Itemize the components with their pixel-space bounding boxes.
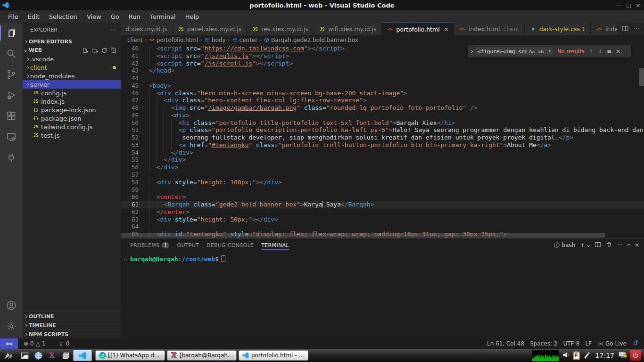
tree-item-index.js[interactable]: JSindex.js (23, 97, 121, 106)
remote-indicator[interactable]: >< (0, 338, 18, 349)
breadcrumb-portofolio.html[interactable]: <>portofolio.html (149, 37, 198, 43)
terminal[interactable]: barqah@Barqah:/root/web$ (121, 252, 644, 338)
terminal-profile[interactable]: bash (553, 242, 576, 248)
new-folder-icon[interactable] (91, 47, 98, 54)
code-line-44[interactable]: 44 (121, 74, 644, 82)
menu-go[interactable]: Go (107, 12, 124, 21)
whole-word-toggle[interactable]: ab (537, 49, 545, 55)
clipboard-manager-icon[interactable]: P (573, 352, 580, 360)
activity-files-icon[interactable] (0, 23, 23, 43)
panel-tab-debug-console[interactable]: DEBUG CONSOLE (206, 239, 254, 252)
close-panel-icon[interactable]: × (635, 242, 639, 248)
tree-item-client[interactable]: client (23, 63, 121, 72)
code-line-56[interactable]: 56 </div> (121, 164, 644, 171)
new-file-icon[interactable] (82, 47, 89, 54)
power-button[interactable] (630, 350, 641, 361)
match-case-toggle[interactable]: Aa (528, 49, 536, 55)
quicklaunch-show-desktop-icon[interactable] (18, 350, 31, 361)
section-timeline[interactable]: TIMELINE (23, 321, 121, 329)
close-button[interactable]: × (636, 2, 640, 8)
activity-plug-icon[interactable] (0, 147, 23, 168)
horizontal-scrollbar[interactable] (121, 233, 605, 238)
find-expand-icon[interactable] (468, 50, 474, 53)
screenshot-tool-icon[interactable] (583, 351, 591, 361)
taskbar-window-portofolio-html-[interactable]: portofolio.html - ... (239, 350, 308, 361)
activity-settings-gear-icon[interactable] (0, 316, 23, 337)
new-terminal-button[interactable]: + (580, 242, 585, 248)
notifications-bell[interactable] (629, 341, 641, 347)
breadcrumb-Barqah.gede2.bold.banner.box[interactable]: Barqah.gede2.bold.banner.box (264, 37, 358, 43)
quicklaunch-xterm-icon[interactable]: X (46, 350, 58, 361)
open-editors-section[interactable]: OPEN EDITORS (23, 37, 121, 46)
explorer-more-button[interactable]: ··· (111, 27, 116, 33)
find-input[interactable]: <figure><img src= Aa ab .* (474, 47, 553, 56)
tab-d.xiex.my.id.js[interactable]: d.xiex.my.id.js (121, 23, 173, 35)
code-line-58[interactable]: 58 <div style="height: 100px;"></div> (121, 179, 644, 186)
refresh-icon[interactable] (101, 47, 107, 54)
system-monitor-graph[interactable] (532, 350, 559, 361)
terminal-dropdown-icon[interactable] (587, 243, 590, 247)
split-editor-icon[interactable] (622, 25, 629, 33)
go-live-button[interactable]: Go Live (594, 340, 629, 347)
indentation-status[interactable]: Spaces: 2 (527, 340, 560, 347)
panel-tab-output[interactable]: OUTPUT (177, 239, 199, 252)
tree-item-server[interactable]: server (23, 80, 121, 89)
maximize-button[interactable]: □ (626, 2, 631, 8)
section-outline[interactable]: OUTLINE (23, 312, 121, 321)
tree-item-.vscode[interactable]: .vscode (23, 55, 121, 63)
menu-selection[interactable]: Selection (45, 12, 82, 21)
find-in-selection-button[interactable]: ≡ (607, 48, 611, 55)
code-line-54[interactable]: 54 </div> (121, 149, 644, 156)
code-line-59[interactable]: 59 (121, 186, 644, 194)
code-line-46[interactable]: 46 <div class="hero min-h-screen min-w-s… (121, 90, 644, 97)
cursor-position-status[interactable]: Ln 61, Col 48 (484, 340, 527, 347)
workspace-root[interactable]: WEB (23, 46, 121, 55)
code-line-63[interactable]: 63 <div style="height: 50px;"></div> (121, 216, 644, 223)
maximize-panel-icon[interactable] (627, 243, 630, 247)
split-terminal-icon[interactable] (594, 241, 601, 249)
code-line-50[interactable]: 50 <h1 class="portofolio title-portofoli… (121, 119, 644, 127)
tree-item-package-lock.json[interactable]: {}package-lock.json (23, 106, 121, 114)
ports-status[interactable]: 0 (55, 340, 73, 347)
tab-res.xiex.my.id.js[interactable]: JSres.xiex.my.id.js (247, 23, 314, 35)
activity-search-icon[interactable] (0, 43, 23, 64)
code-line-61[interactable]: 61 <Barqah class="gede2 bold banner box"… (121, 201, 644, 208)
code-line-48[interactable]: 48 <img src="/image/gambar/barqah.png" c… (121, 104, 644, 112)
lock-screen-icon[interactable] (619, 351, 627, 361)
menu-help[interactable]: Help (181, 12, 204, 21)
menu-run[interactable]: Run (124, 12, 145, 21)
code-line-53[interactable]: 53 <a href="#tentangku" class="portofoli… (121, 141, 644, 149)
kill-terminal-icon[interactable] (606, 241, 612, 249)
breadcrumb-body[interactable]: body (204, 37, 226, 43)
find-close-button[interactable]: × (616, 48, 620, 55)
editor-more-icon[interactable]: ··· (634, 25, 639, 33)
tab-dark-style.css-1[interactable]: #dark-style.css 1 (525, 23, 591, 35)
quicklaunch-browser-globe-icon[interactable] (32, 350, 44, 361)
code-line-49[interactable]: 49 <div> (121, 112, 644, 119)
tree-item-config.js[interactable]: JSconfig.js (23, 89, 121, 97)
code-line-57[interactable]: 57 (121, 171, 644, 179)
tab-portofolio.html[interactable]: <>portofolio.html× (382, 23, 454, 35)
code-line-64[interactable]: 64 (121, 223, 644, 230)
code-line-55[interactable]: 55 </div> (121, 156, 644, 164)
quicklaunch-start-menu-icon[interactable] (1, 350, 17, 361)
tree-item-node_modules[interactable]: node_modules (23, 72, 121, 80)
taskbar-window--barqah-Barqah-[interactable]: X[barqah@Barqah... (167, 350, 237, 361)
regex-toggle[interactable]: .* (546, 49, 552, 55)
quicklaunch-vscode-icon[interactable] (73, 350, 92, 361)
code-line-52[interactable]: 52 seorang fullstack developer, siap men… (121, 134, 644, 141)
menu-file[interactable]: File (4, 12, 23, 21)
taskbar-window--1-WhatsApp-d-[interactable]: [(1) WhatsApp d... (95, 350, 165, 361)
panel-tab-problems[interactable]: PROBLEMS1 (130, 239, 169, 252)
tree-item-tailwind.config.js[interactable]: JStailwind.config.js (23, 123, 121, 131)
menu-view[interactable]: View (83, 12, 106, 21)
tab-panel.xiex.my.id.js[interactable]: JSpanel.xiex.my.id.js (173, 23, 247, 35)
activity-source-control-icon[interactable] (0, 64, 23, 85)
close-tab-icon[interactable]: × (444, 26, 449, 33)
find-next-button[interactable]: ↓ (598, 48, 603, 55)
panel-more-icon[interactable]: ··· (617, 242, 622, 248)
tab-index.html[interactable]: <>index.html.../api (591, 23, 617, 35)
find-previous-button[interactable]: ↑ (589, 48, 594, 55)
collapse-all-icon[interactable] (110, 47, 117, 54)
code-line-45[interactable]: 45<body> (121, 82, 644, 90)
